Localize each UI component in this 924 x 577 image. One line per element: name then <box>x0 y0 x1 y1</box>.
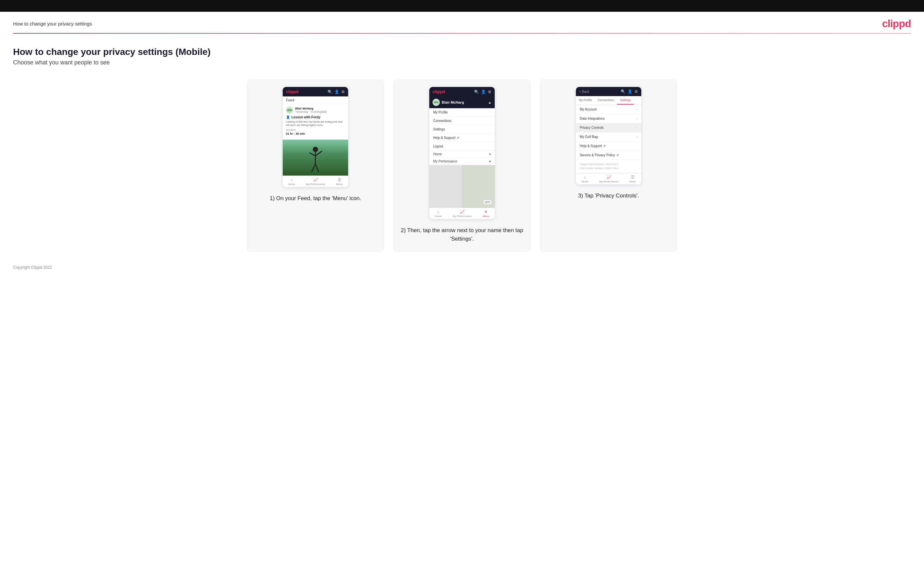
step-3-phone: < Back 🔍 👤 ⚙ My Profile Connections Sett… <box>576 87 641 184</box>
header: How to change your privacy settings clip… <box>0 12 924 33</box>
chevron-right-icon-3: › <box>636 126 637 129</box>
main-content: How to change your privacy settings (Mob… <box>0 34 924 259</box>
menu-user-left: BM Blair McHarg <box>433 99 464 106</box>
home-icon-2: ⌂ <box>437 210 439 214</box>
home-icon-3: ⌂ <box>584 175 586 179</box>
top-bar <box>0 0 924 12</box>
phone-navbar-1: clippd 🔍 👤 ⚙ <box>283 87 348 97</box>
avatar-1: BM <box>286 106 293 114</box>
tab-my-profile[interactable]: My Profile <box>576 96 595 105</box>
bottom-bar-menu-3[interactable]: ☰ Menu <box>629 175 636 183</box>
step-1-phone: clippd 🔍 👤 ⚙ Feed BM Blair <box>283 87 348 187</box>
header-title: How to change your privacy settings <box>13 21 92 26</box>
tab-settings[interactable]: Settings <box>617 96 634 105</box>
phone-bottom-bar-1: ⌂ Home 📈 My Performance ☰ Menu <box>283 176 348 187</box>
bottom-bar-home-2[interactable]: ⌂ Home <box>435 210 442 218</box>
back-button[interactable]: < Back <box>579 90 589 93</box>
menu-settings[interactable]: Settings <box>429 125 495 134</box>
search-icon-3[interactable]: 🔍 <box>621 89 625 94</box>
step-2-caption: 2) Then, tap the arrow next to your name… <box>400 226 524 243</box>
phone-icons-3: 🔍 👤 ⚙ <box>621 89 638 94</box>
svg-line-2 <box>310 153 315 156</box>
footer: Copyright Clippd 2022 <box>0 259 924 276</box>
settings-icon-3[interactable]: ⚙ <box>635 89 638 94</box>
lesson-title: Lesson with Fordy <box>292 115 320 119</box>
app-label: APP <box>484 200 491 204</box>
lesson-icon: 👤 <box>286 115 290 119</box>
menu-user-row[interactable]: BM Blair McHarg ▲ <box>429 97 495 108</box>
page-heading: How to change your privacy settings (Mob… <box>13 47 911 57</box>
settings-privacy-controls[interactable]: Privacy Controls › <box>576 123 641 132</box>
bottom-bar-home-3[interactable]: ⌂ Home <box>582 175 588 183</box>
menu-logout[interactable]: Logout <box>429 142 495 151</box>
menu-panel: My Profile Connections Settings Help & S… <box>429 108 495 165</box>
phone-bottom-bar-2: ⌂ Home 📈 My Performance ✕ Menu <box>429 208 495 219</box>
performance-icon-1: 📈 <box>313 177 318 182</box>
feed-user-name: Blair McHarg <box>295 107 327 110</box>
lesson-row: 👤 Lesson with Fordy <box>286 115 345 119</box>
settings-list: My Account › Data Integrations › Privacy… <box>576 105 641 160</box>
bottom-bar-performance-2[interactable]: 📈 My Performance <box>452 210 472 218</box>
bottom-bar-performance-1[interactable]: 📈 My Performance <box>306 177 325 186</box>
settings-data-integrations[interactable]: Data Integrations › <box>576 114 641 123</box>
performance-icon-2: 📈 <box>460 210 465 214</box>
step-3-caption: 3) Tap 'Privacy Controls'. <box>578 192 639 200</box>
bottom-bar-home-1[interactable]: ⌂ Home <box>288 177 295 186</box>
menu-section-performance[interactable]: My Performance ▾ <box>429 158 495 165</box>
settings-my-golf-bag[interactable]: My Golf Bag › <box>576 132 641 142</box>
collapsed-bg: APP <box>429 165 495 208</box>
bottom-bar-menu-2[interactable]: ✕ Menu <box>483 210 489 218</box>
logo: clippd <box>882 18 911 30</box>
step-1-card: clippd 🔍 👤 ⚙ Feed BM Blair <box>247 79 384 252</box>
search-icon-2[interactable]: 🔍 <box>474 90 479 94</box>
feed-post: BM Blair McHarg Yesterday · Sunningdale … <box>283 104 348 140</box>
version-line-1: Clippd Client Version: 2022.8.3-3 <box>580 163 637 166</box>
golf-image <box>283 140 348 176</box>
step-2-card: clippd 🔍 👤 ⚙ BM Blair McHarg ▲ <box>393 79 531 252</box>
close-icon-2: ✕ <box>484 210 488 214</box>
menu-help-support[interactable]: Help & Support ↗ <box>429 134 495 142</box>
phone-bottom-bar-3: ⌂ Home 📈 My Performance ☰ Menu <box>576 173 641 184</box>
menu-user-name: Blair McHarg <box>442 100 464 104</box>
phone-logo-1: clippd <box>286 89 299 94</box>
settings-icon-1[interactable]: ⚙ <box>341 90 345 94</box>
chevron-right-icon-2: › <box>636 117 637 120</box>
version-info: Clippd Client Version: 2022.8.3-3 GQL Se… <box>576 160 641 173</box>
home-icon-1: ⌂ <box>291 177 293 182</box>
chevron-right-icon: › <box>636 108 637 111</box>
chevron-right-icon-4: › <box>636 135 637 139</box>
menu-connections[interactable]: Connections <box>429 117 495 125</box>
avatar-2: BM <box>433 99 440 106</box>
profile-icon-2[interactable]: 👤 <box>481 90 486 94</box>
settings-tabs: My Profile Connections Settings <box>576 96 641 105</box>
menu-section-home[interactable]: Home ▾ <box>429 151 495 158</box>
duration-label: Duration <box>286 129 345 131</box>
settings-icon-2[interactable]: ⚙ <box>488 90 491 94</box>
profile-icon-3[interactable]: 👤 <box>628 89 632 94</box>
step-2-phone: clippd 🔍 👤 ⚙ BM Blair McHarg ▲ <box>429 87 495 219</box>
feed-user-sub: Yesterday · Sunningdale <box>295 110 327 113</box>
bottom-bar-performance-3[interactable]: 📈 My Performance <box>599 175 619 183</box>
bottom-bar-menu-1[interactable]: ☰ Menu <box>336 177 342 186</box>
step-3-card: < Back 🔍 👤 ⚙ My Profile Connections Sett… <box>540 79 677 252</box>
phone-icons-2: 🔍 👤 ⚙ <box>474 90 491 94</box>
search-icon-1[interactable]: 🔍 <box>328 90 333 94</box>
step-1-caption: 1) On your Feed, tap the 'Menu' icon. <box>270 194 361 203</box>
phone-navbar-2: clippd 🔍 👤 ⚙ <box>429 87 495 97</box>
duration-val: 01 hr : 30 min <box>286 132 345 135</box>
phone-icons-1: 🔍 👤 ⚙ <box>328 90 345 94</box>
svg-line-5 <box>315 164 319 172</box>
profile-icon-1[interactable]: 👤 <box>334 90 339 94</box>
menu-my-profile[interactable]: My Profile <box>429 108 495 117</box>
page-subheading: Choose what you want people to see <box>13 59 911 66</box>
settings-my-account[interactable]: My Account › <box>576 105 641 114</box>
settings-service-privacy[interactable]: Service & Privacy Policy ↗ <box>576 151 641 160</box>
svg-point-0 <box>313 147 318 152</box>
tab-connections[interactable]: Connections <box>595 96 617 105</box>
svg-line-4 <box>312 164 315 172</box>
copyright: Copyright Clippd 2022 <box>13 265 52 270</box>
lesson-desc: Looking to feel like my hands are exitin… <box>286 120 345 127</box>
menu-icon-1: ☰ <box>338 177 341 182</box>
feed-user-row: BM Blair McHarg Yesterday · Sunningdale <box>286 106 345 114</box>
settings-help-support[interactable]: Help & Support ↗ <box>576 142 641 151</box>
